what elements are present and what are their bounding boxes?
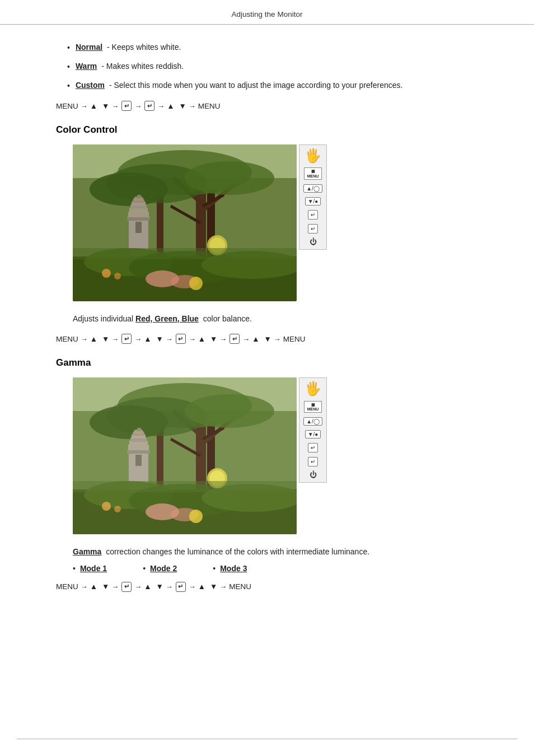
nav-menu-text: MENU [283,335,306,343]
enter-button-2: ↵ [308,224,318,234]
gamma-desc: Gamma correction changes the luminance o… [73,545,500,558]
page-header: Adjusting the Monitor [0,0,534,25]
nav-space [99,102,101,110]
nav-arrow: → [111,582,119,591]
controls-panel: 🖐 ▦ MENU ▲/◯ ▼/● ↵ ↵ [299,144,327,250]
hand-icon: 🖐 [305,381,321,396]
enter-button-1: ↵ [308,210,318,220]
nav-up: ▲ [198,582,205,591]
nav-space [176,102,178,110]
nav-arrow: → [219,335,227,343]
nav-menu-text: MENU [229,582,251,591]
bullet-dot: • [67,42,70,54]
mode-1-label: Mode 1 [80,564,107,573]
list-item: • Warm - Makes whites reddish. [67,60,500,73]
gamma-modes: • Mode 1 • Mode 2 • Mode 3 [73,564,500,573]
color-control-desc: Adjusts individual Red, Green, Blue colo… [73,312,500,325]
nav-up: ▲ [252,335,259,343]
gamma-bold-label: Gamma [73,547,101,556]
nav-sequence-1: MENU → ▲ ▼ → ↵ → ↵ → ▲ ▼ → MENU [56,101,500,111]
nav-down: ▼ [102,335,109,343]
nav-sequence-3: MENU → ▲ ▼ → ↵ → ▲ ▼ → ↵ → ▲ ▼ → MENU [56,582,500,592]
svg-rect-23 [137,195,141,198]
nav-arrow: → [134,102,142,110]
nav-arrow: → [219,582,227,591]
nav-arrow: → [189,102,196,110]
svg-rect-60 [135,455,142,466]
color-control-image [73,144,297,301]
svg-rect-36 [73,248,297,259]
warm-label: Warm [76,62,97,71]
custom-desc: - Select this mode when you want to adju… [109,81,403,90]
nav-space [153,335,155,343]
normal-label: Normal [76,43,102,52]
list-item: • Normal - Keeps whites white. [67,41,500,54]
nav-arrow: → [242,335,250,343]
menu-button: ▦ MENU [304,167,322,179]
gamma-image-block: 🖐 ▦ MENU ▲/◯ ▼/● ↵ ↵ ⏻ [73,377,500,534]
bullet-dot: • [67,80,70,92]
nav-down: ▼ [179,102,186,110]
nav-arrow: → [134,582,142,591]
nav-up: ▲ [144,582,151,591]
mode-2-item: • Mode 2 [143,564,179,573]
nav-down: ▼ [156,335,163,343]
mode-3-item: • Mode 3 [213,564,249,573]
nav-arrow: → [81,335,88,343]
color-control-heading: Color Control [56,124,500,136]
bottom-rule [17,739,517,739]
nav-space [153,582,155,591]
enter-button-2: ↵ [308,457,318,466]
nav-arrow: → [134,335,142,343]
nav-arrow: → [111,335,119,343]
power-button: ⏻ [310,238,317,246]
gamma-desc-text: correction changes the luminance of the … [106,547,369,556]
nav-space [99,582,101,591]
nav-enter-icon: ↵ [121,334,132,344]
gamma-controls-panel: 🖐 ▦ MENU ▲/◯ ▼/● ↵ ↵ ⏻ [299,377,327,483]
nav-arrow: → [274,335,281,343]
nav-sequence-2: MENU → ▲ ▼ → ↵ → ▲ ▼ → ↵ → ▲ ▼ → ↵ → ▲ ▼… [56,334,500,344]
nav-up: ▲ [90,582,97,591]
bullet-dot: • [67,61,70,73]
list-item-text: Warm - Makes whites reddish. [76,60,184,72]
nav-arrow: → [111,102,119,110]
nav-menu-text: MENU [56,102,78,110]
nav-enter-icon: ↵ [121,101,132,111]
down-button: ▼/● [305,430,321,438]
gamma-heading: Gamma [56,357,500,368]
up-button: ▲/◯ [303,417,322,426]
nav-enter-icon: ↵ [229,334,240,344]
nav-arrow: → [81,582,88,591]
svg-rect-24 [135,222,142,233]
normal-desc: - Keeps whites white. [107,43,181,52]
list-item: • Custom - Select this mode when you wan… [67,80,500,92]
mode-3-label: Mode 3 [220,564,247,573]
nav-down: ▼ [102,582,109,591]
gamma-image [73,377,297,534]
warm-desc: - Makes whites reddish. [101,62,184,71]
mode-1-bullet: • [73,564,76,573]
nav-menu-text: MENU [56,582,78,591]
svg-point-34 [102,269,111,278]
svg-point-70 [102,502,111,511]
down-button: ▼/● [305,197,321,206]
desc-prefix: Adjusts individual [73,314,135,323]
nav-up: ▲ [90,102,97,110]
list-item-text: Normal - Keeps whites white. [76,41,181,53]
svg-point-49 [90,405,168,439]
nav-arrow: → [166,582,173,591]
nav-down: ▼ [210,335,217,343]
svg-point-33 [189,277,203,290]
enter-button-1: ↵ [308,443,318,452]
mode-2-bullet: • [143,564,146,573]
nav-up: ▲ [144,335,151,343]
svg-point-71 [114,506,121,512]
svg-point-13 [90,172,168,206]
nav-space [261,335,263,343]
nav-menu-text: MENU [56,335,78,343]
hand-icon: 🖐 [305,148,321,163]
nav-enter-icon: ↵ [176,334,186,344]
menu-button: ▦ MENU [304,401,322,413]
nav-space [207,335,209,343]
